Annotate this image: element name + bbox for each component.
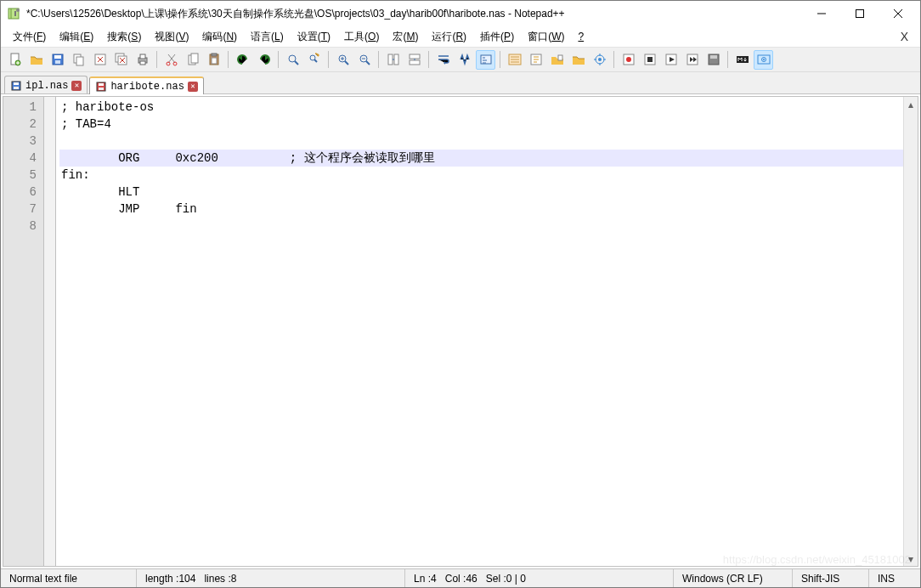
print-button[interactable] — [133, 50, 152, 70]
svg-rect-50 — [14, 82, 19, 85]
sync-h-button[interactable] — [404, 50, 424, 70]
toolbar-separator — [228, 51, 229, 68]
menu-settings[interactable]: 设置(T) — [291, 28, 337, 46]
zoom-in-button[interactable] — [333, 50, 353, 70]
svg-rect-44 — [710, 55, 717, 59]
menu-run[interactable]: 运行(R) — [425, 28, 473, 46]
menu-window[interactable]: 窗口(W) — [521, 28, 571, 46]
gutter-line: 2 — [7, 116, 37, 133]
show-all-icon — [458, 53, 472, 66]
menu-view[interactable]: 视图(V) — [148, 28, 195, 46]
copy-icon — [72, 53, 86, 66]
maximize-button[interactable] — [840, 2, 879, 25]
show-ws-icon — [479, 53, 493, 66]
replace-button[interactable] — [304, 50, 324, 70]
open-folder-icon — [572, 53, 585, 66]
menu-tools[interactable]: 工具(O) — [337, 28, 386, 46]
indent-guide-button[interactable] — [505, 50, 524, 70]
status-length-lines: length : 104 lines : 8 — [137, 569, 405, 587]
disk-icon — [95, 81, 107, 93]
show-all-button[interactable] — [455, 50, 474, 70]
menu-language[interactable]: 语言(L) — [244, 28, 291, 46]
redo-button[interactable] — [254, 50, 274, 70]
toolbar-separator — [500, 51, 500, 68]
find-icon — [286, 53, 300, 66]
close-all-button[interactable] — [111, 50, 131, 70]
code-line[interactable]: ; haribote-os — [59, 99, 903, 116]
sync-v-icon — [387, 53, 400, 66]
menu-plugins[interactable]: 插件(P) — [473, 28, 521, 46]
show-ws-button[interactable] — [476, 50, 495, 70]
code-area[interactable]: ; haribote-os; TAB=4 ORG 0xc200 ; 这个程序会被… — [56, 97, 903, 566]
menu-edit[interactable]: 编辑(E) — [53, 28, 100, 46]
save-icon — [51, 53, 65, 66]
zoom-out-button[interactable] — [354, 50, 374, 70]
status-position: Ln : 4 Col : 46 Sel : 0 | 0 — [405, 569, 674, 587]
minimize-button[interactable] — [802, 2, 840, 25]
close-button[interactable] — [879, 2, 917, 25]
svg-rect-21 — [212, 54, 217, 56]
svg-rect-54 — [99, 88, 104, 90]
close-all-icon — [115, 53, 128, 66]
tab-close-button[interactable]: ✕ — [188, 82, 198, 92]
svg-point-38 — [626, 57, 631, 62]
scroll-down-arrow[interactable]: ▾ — [904, 551, 918, 566]
document-close-x[interactable]: X — [894, 28, 915, 45]
file-tab-haribote-nas[interactable]: haribote.nas✕ — [89, 76, 203, 94]
record-button[interactable] — [619, 50, 638, 70]
code-line[interactable] — [59, 218, 903, 235]
code-line[interactable]: fin: — [59, 167, 903, 184]
save-macro-button[interactable] — [703, 50, 723, 70]
titlebar: *C:\Users\12526\Desktop\上课\操作系统\30天自制操作系… — [1, 1, 920, 26]
menu-search[interactable]: 搜索(S) — [100, 28, 148, 46]
code-line[interactable]: HLT — [59, 184, 903, 201]
sync-v-button[interactable] — [383, 50, 403, 70]
status-encoding: Shift-JIS — [793, 569, 869, 587]
find-button[interactable] — [283, 50, 302, 70]
paste-button[interactable] — [204, 50, 223, 70]
play-button[interactable] — [661, 50, 681, 70]
disk-icon — [10, 80, 22, 92]
save-macro-icon — [707, 53, 720, 66]
code-line[interactable] — [59, 133, 903, 150]
toolbar-separator — [378, 51, 379, 68]
close-button[interactable] — [90, 50, 110, 70]
monitor-button[interactable] — [590, 50, 609, 70]
open-folder-button[interactable] — [568, 50, 588, 70]
menu-macro[interactable]: 宏(M) — [386, 28, 425, 46]
code-line[interactable]: ORG 0xc200 ; 这个程序会被读取到哪里 — [59, 150, 903, 167]
scroll-up-arrow[interactable]: ▴ — [904, 97, 918, 111]
close-icon — [93, 53, 107, 66]
play-icon — [664, 53, 678, 66]
save-button[interactable] — [48, 50, 67, 70]
new-file-button[interactable] — [5, 50, 25, 70]
lang-udl-button[interactable] — [526, 50, 545, 70]
wordwrap-button[interactable] — [433, 50, 453, 70]
svg-point-1 — [16, 8, 20, 12]
play-many-button[interactable] — [682, 50, 702, 70]
paste-icon — [207, 53, 221, 66]
file-tab-ipl-nas[interactable]: ipl.nas✕ — [4, 76, 88, 93]
code-line[interactable]: ; TAB=4 — [59, 116, 903, 133]
undo-button[interactable] — [233, 50, 252, 70]
gutter-line: 1 — [7, 99, 37, 116]
scroll-track[interactable] — [904, 111, 918, 551]
menu-file[interactable]: 文件(F) — [6, 28, 53, 46]
stop-button[interactable] — [640, 50, 659, 70]
cut-button[interactable] — [161, 50, 181, 70]
svg-rect-34 — [558, 55, 562, 60]
editor: 12345678 ; haribote-os; TAB=4 ORG 0xc200… — [3, 96, 918, 567]
markdown-button[interactable] — [732, 50, 752, 70]
svg-rect-15 — [140, 61, 145, 65]
open-file-button[interactable] — [26, 50, 46, 70]
folder-doc-button[interactable] — [547, 50, 567, 70]
vertical-scrollbar[interactable]: ▴ ▾ — [903, 97, 918, 566]
eye-box-button[interactable] — [754, 50, 773, 70]
copy-clip-button[interactable] — [183, 50, 202, 70]
menu-help[interactable]: ? — [571, 29, 590, 44]
copy-button[interactable] — [69, 50, 88, 70]
menu-encoding[interactable]: 编码(N) — [195, 28, 244, 46]
tab-close-button[interactable]: ✕ — [71, 81, 82, 91]
code-line[interactable]: JMP fin — [59, 201, 903, 218]
line-gutter: 12345678 — [3, 97, 44, 566]
